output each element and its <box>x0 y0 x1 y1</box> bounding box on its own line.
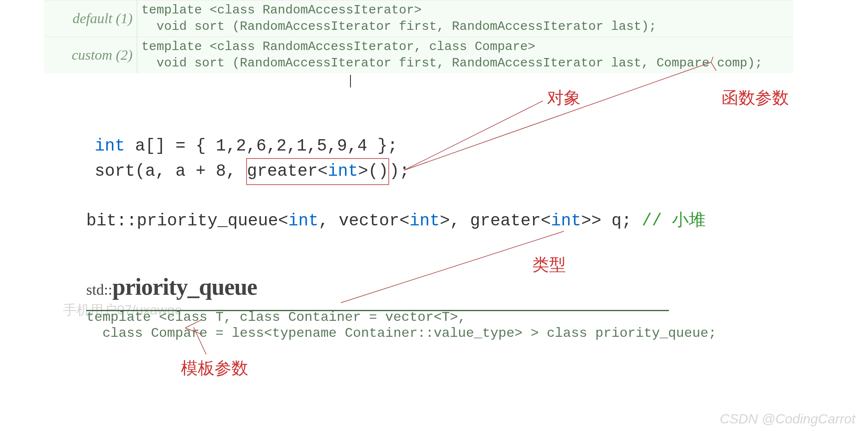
annotation-type: 类型 <box>532 253 566 276</box>
pq-prefix: bit::priority_queue< <box>86 212 288 230</box>
sort-call-post: ); <box>389 162 409 181</box>
pq-mid2: >, greater< <box>440 212 551 230</box>
priority-queue-template-decl: template <class T, class Container = vec… <box>86 309 717 342</box>
int-keyword: int <box>288 212 319 230</box>
pq-mid1: , vector< <box>319 212 409 230</box>
default-label: default (1) <box>44 0 137 37</box>
annotation-template-param: 模板参数 <box>181 357 248 380</box>
table-row: default (1) template <class RandomAccess… <box>44 0 793 37</box>
svg-line-0 <box>404 62 711 170</box>
annotation-func-param: 函数参数 <box>722 86 789 109</box>
int-keyword: int <box>328 162 358 181</box>
sort-usage-code: int a[] = { 1,2,6,2,1,5,9,4 }; sort(a, a… <box>95 135 409 185</box>
custom-code: template <class RandomAccessIterator, cl… <box>137 37 794 74</box>
priority-queue-heading: std::priority_queue <box>86 273 257 300</box>
annotation-object: 对象 <box>547 86 581 109</box>
namespace: std:: <box>86 281 112 298</box>
int-keyword: int <box>409 212 440 230</box>
default-code: template <class RandomAccessIterator> vo… <box>137 0 794 37</box>
greater-close: >() <box>358 162 388 181</box>
greater-text: greater< <box>247 162 328 181</box>
csdn-watermark: CSDN @CodingCarrot <box>720 411 855 427</box>
array-decl: a[] = { 1,2,6,2,1,5,9,4 }; <box>125 137 398 156</box>
priority-queue-usage-code: bit::priority_queue<int, vector<int>, gr… <box>86 208 706 231</box>
greater-highlight-box: greater<int>() <box>246 158 389 185</box>
text-cursor <box>350 75 351 87</box>
class-name: priority_queue <box>112 274 257 300</box>
custom-label: custom (2) <box>44 37 137 74</box>
int-keyword: int <box>551 212 581 230</box>
table-row: custom (2) template <class RandomAccessI… <box>44 37 793 74</box>
sort-call-pre: sort(a, a + 8, <box>95 162 246 181</box>
pq-mid3: >> q; <box>581 212 642 230</box>
int-keyword: int <box>95 137 125 156</box>
svg-line-2 <box>341 231 564 303</box>
svg-line-1 <box>404 101 543 170</box>
comment: // 小堆 <box>642 212 706 230</box>
sort-declaration-table: default (1) template <class RandomAccess… <box>44 0 793 73</box>
